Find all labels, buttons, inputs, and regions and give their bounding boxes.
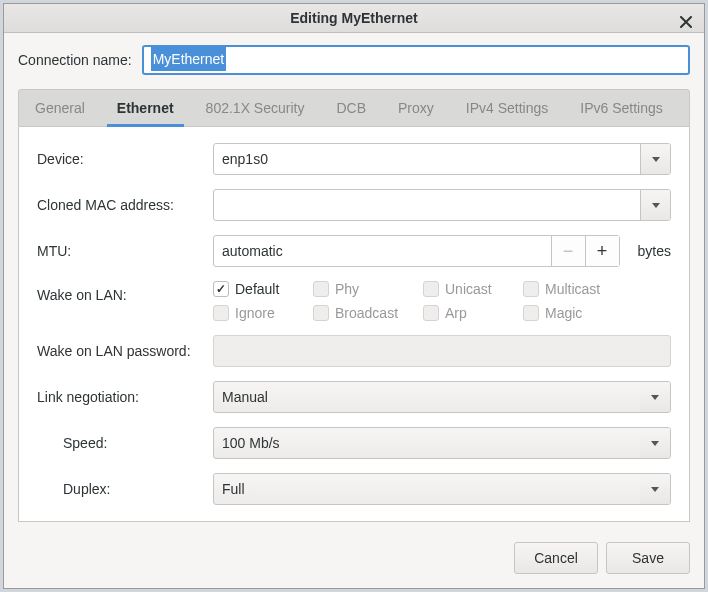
checkbox-icon (313, 281, 329, 297)
speed-label: Speed: (37, 435, 203, 451)
link-negotiation-row: Link negotiation: Manual (37, 381, 671, 413)
tab-ipv4[interactable]: IPv4 Settings (450, 90, 565, 126)
wol-arp-checkbox: Arp (423, 305, 523, 321)
chevron-down-icon (652, 157, 660, 162)
link-negotiation-combo[interactable]: Manual (213, 381, 671, 413)
duplex-button[interactable] (640, 474, 670, 504)
wol-broadcast-checkbox: Broadcast (313, 305, 423, 321)
cancel-button[interactable]: Cancel (514, 542, 598, 574)
tabbar: General Ethernet 802.1X Security DCB Pro… (18, 89, 690, 127)
device-label: Device: (37, 151, 203, 167)
mtu-value: automatic (214, 236, 551, 266)
footer: Cancel Save (4, 532, 704, 588)
mtu-increase-button[interactable]: + (585, 236, 619, 266)
cloned-mac-combo[interactable] (213, 189, 671, 221)
chevron-down-icon (651, 441, 659, 446)
link-negotiation-button[interactable] (640, 382, 670, 412)
chevron-down-icon (651, 395, 659, 400)
checkbox-icon (523, 281, 539, 297)
mtu-label: MTU: (37, 243, 203, 259)
duplex-label: Duplex: (37, 481, 203, 497)
device-value: enp1s0 (214, 144, 640, 174)
connection-name-label: Connection name: (18, 52, 132, 68)
wol-unicast-checkbox: Unicast (423, 281, 523, 297)
checkbox-icon (523, 305, 539, 321)
wol-default-checkbox[interactable]: Default (213, 281, 313, 297)
speed-row: Speed: 100 Mb/s (37, 427, 671, 459)
wol-password-input (213, 335, 671, 367)
connection-name-value: MyEthernet (151, 47, 227, 71)
duplex-row: Duplex: Full (37, 473, 671, 505)
mtu-suffix: bytes (638, 243, 671, 259)
cloned-mac-combo-button[interactable] (640, 190, 670, 220)
ethernet-panel: Device: enp1s0 Cloned MAC address: MTU: (18, 127, 690, 522)
close-button[interactable] (674, 10, 698, 34)
tab-dcb[interactable]: DCB (320, 90, 382, 126)
wol-ignore-checkbox: Ignore (213, 305, 313, 321)
checkbox-icon (423, 281, 439, 297)
duplex-value: Full (214, 474, 640, 504)
checkbox-icon (313, 305, 329, 321)
speed-value: 100 Mb/s (214, 428, 640, 458)
link-negotiation-value: Manual (214, 382, 640, 412)
mtu-row: MTU: automatic − + bytes (37, 235, 671, 267)
dialog-window: Editing MyEthernet Connection name: MyEt… (3, 3, 705, 589)
wol-options: Default Phy Unicast Multicast Ignore Bro… (213, 281, 671, 321)
window-title: Editing MyEthernet (290, 10, 418, 26)
checkbox-icon (423, 305, 439, 321)
connection-name-row: Connection name: MyEthernet (18, 45, 690, 75)
wol-magic-checkbox: Magic (523, 305, 633, 321)
wol-multicast-checkbox: Multicast (523, 281, 633, 297)
tab-ipv6[interactable]: IPv6 Settings (564, 90, 679, 126)
speed-combo[interactable]: 100 Mb/s (213, 427, 671, 459)
tab-general[interactable]: General (19, 90, 101, 126)
checkbox-icon (213, 281, 229, 297)
tab-container: General Ethernet 802.1X Security DCB Pro… (18, 83, 690, 522)
device-combo[interactable]: enp1s0 (213, 143, 671, 175)
link-negotiation-label: Link negotiation: (37, 389, 203, 405)
close-icon (680, 16, 692, 28)
cloned-mac-value (214, 190, 640, 220)
save-button[interactable]: Save (606, 542, 690, 574)
chevron-down-icon (651, 487, 659, 492)
wol-phy-checkbox: Phy (313, 281, 423, 297)
wol-label: Wake on LAN: (37, 281, 203, 303)
duplex-combo[interactable]: Full (213, 473, 671, 505)
tab-8021x[interactable]: 802.1X Security (190, 90, 321, 126)
checkbox-icon (213, 305, 229, 321)
mtu-decrease-button[interactable]: − (551, 236, 585, 266)
wol-row: Wake on LAN: Default Phy Unicast Multica… (37, 281, 671, 321)
device-combo-button[interactable] (640, 144, 670, 174)
cloned-mac-row: Cloned MAC address: (37, 189, 671, 221)
wol-password-row: Wake on LAN password: (37, 335, 671, 367)
content-area: Connection name: MyEthernet General Ethe… (4, 33, 704, 532)
device-row: Device: enp1s0 (37, 143, 671, 175)
wol-password-label: Wake on LAN password: (37, 343, 203, 359)
mtu-spin[interactable]: automatic − + (213, 235, 620, 267)
speed-button[interactable] (640, 428, 670, 458)
connection-name-input[interactable]: MyEthernet (142, 45, 690, 75)
titlebar: Editing MyEthernet (4, 4, 704, 33)
chevron-down-icon (652, 203, 660, 208)
tab-proxy[interactable]: Proxy (382, 90, 450, 126)
tab-ethernet[interactable]: Ethernet (101, 90, 190, 126)
cloned-mac-label: Cloned MAC address: (37, 197, 203, 213)
